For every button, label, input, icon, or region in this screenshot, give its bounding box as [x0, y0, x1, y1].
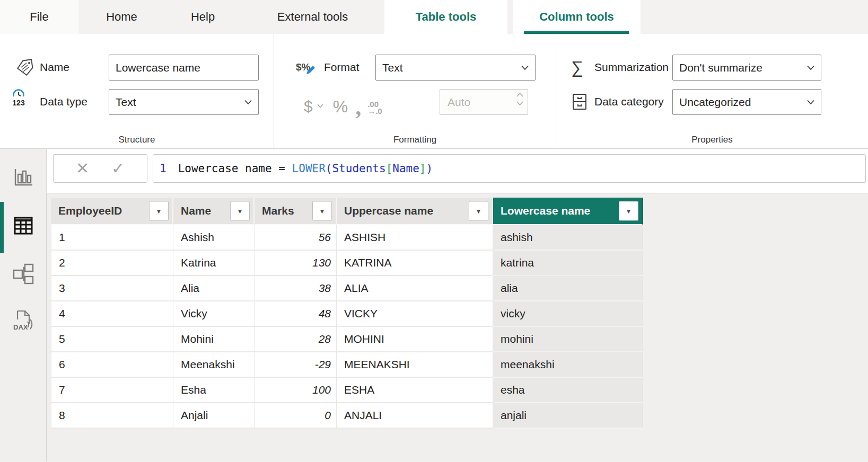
- formula-commit-group: ✕ ✓: [53, 154, 147, 183]
- column-name-input[interactable]: Lowercase name: [109, 55, 259, 81]
- ribbon-group-structure: Name Lowercase name 123 Data type Text S…: [0, 34, 274, 148]
- cell-lowercase_name[interactable]: anjali: [493, 403, 643, 429]
- cell-lowercase_name[interactable]: katrina: [493, 251, 643, 276]
- cell-uppercase_name[interactable]: VICKY: [337, 301, 493, 327]
- cell-name[interactable]: Vicky: [173, 301, 255, 327]
- data-canvas: EmployeeID▼Name▼Marks▼Uppercase name▼Low…: [47, 193, 868, 461]
- cell-employee_id[interactable]: 8: [51, 403, 173, 429]
- chevron-down-icon: [807, 100, 814, 104]
- cell-marks[interactable]: 56: [255, 225, 337, 251]
- formula-token-ref: Students: [332, 162, 385, 175]
- currency-format-button[interactable]: $: [304, 99, 313, 114]
- formula-token-paren: ): [426, 162, 433, 175]
- cell-uppercase_name[interactable]: ALIA: [337, 276, 493, 301]
- cell-uppercase_name[interactable]: MOHINI: [337, 327, 493, 352]
- cell-marks[interactable]: -29: [255, 352, 337, 378]
- cell-marks[interactable]: 28: [255, 327, 337, 352]
- tab-home[interactable]: Home: [99, 0, 144, 34]
- formula-token-plain: Lowercase name =: [178, 162, 292, 175]
- cell-uppercase_name[interactable]: ASHISH: [337, 225, 493, 251]
- chevron-down-icon: [521, 65, 529, 70]
- tab-file[interactable]: File: [0, 0, 78, 34]
- table-row: 1Ashish56ASHISHashish: [51, 225, 643, 251]
- main-content: ✕ ✓ 1 Lowercase name = LOWER(Students[Na…: [47, 149, 868, 461]
- column-header-lowercase-name[interactable]: Lowercase name▼: [493, 198, 643, 225]
- tab-help[interactable]: Help: [185, 0, 221, 34]
- data-type-123: 123: [12, 99, 25, 107]
- data-category-dropdown[interactable]: Uncategorized: [672, 89, 821, 115]
- cell-employee_id[interactable]: 2: [51, 251, 173, 276]
- cell-marks[interactable]: 100: [255, 378, 337, 403]
- cell-employee_id[interactable]: 7: [51, 378, 173, 403]
- format-dropdown[interactable]: Text: [375, 55, 536, 81]
- formula-expression: Lowercase name = LOWER(Students[Name]): [178, 162, 433, 175]
- data-view-button[interactable]: [0, 215, 47, 236]
- cell-name[interactable]: Katrina: [173, 251, 255, 276]
- formula-input[interactable]: 1 Lowercase name = LOWER(Students[Name]): [153, 154, 866, 183]
- ribbon-group-properties: ∑ Summarization Don't summarize Data cat…: [556, 34, 868, 148]
- data-type-dropdown[interactable]: Text: [109, 89, 259, 115]
- cell-employee_id[interactable]: 1: [51, 225, 173, 251]
- cell-marks[interactable]: 130: [255, 251, 337, 276]
- dax-file-icon: DAX: [11, 308, 36, 332]
- cell-name[interactable]: Anjali: [173, 403, 255, 429]
- tab-table-tools[interactable]: Table tools: [384, 0, 507, 34]
- cell-employee_id[interactable]: 4: [51, 301, 173, 327]
- bar-chart-icon: [13, 168, 33, 187]
- cell-name[interactable]: Mohini: [173, 327, 255, 352]
- cell-lowercase_name[interactable]: meenakshi: [493, 352, 643, 378]
- thousands-separator-button[interactable]: ,: [355, 101, 361, 114]
- cell-marks[interactable]: 38: [255, 276, 337, 301]
- cell-lowercase_name[interactable]: vicky: [493, 301, 643, 327]
- column-header-uppercase-name[interactable]: Uppercase name▼: [337, 198, 493, 225]
- column-header-label: Lowercase name: [501, 205, 590, 217]
- model-view-button[interactable]: [0, 263, 47, 286]
- cell-employee_id[interactable]: 6: [51, 352, 173, 378]
- summarization-dropdown[interactable]: Don't summarize: [672, 55, 821, 81]
- column-header-employeeid[interactable]: EmployeeID▼: [51, 198, 173, 225]
- tab-column-tools[interactable]: Column tools: [513, 0, 641, 34]
- cell-uppercase_name[interactable]: KATRINA: [337, 251, 493, 276]
- tab-external-tools[interactable]: External tools: [260, 0, 365, 34]
- column-header-label: EmployeeID: [58, 205, 122, 217]
- cell-lowercase_name[interactable]: ashish: [493, 225, 643, 251]
- column-filter-button[interactable]: ▼: [230, 201, 250, 221]
- cell-name[interactable]: Alia: [173, 276, 255, 301]
- column-filter-button[interactable]: ▼: [149, 201, 169, 221]
- cell-uppercase_name[interactable]: ESHA: [337, 378, 493, 403]
- cell-uppercase_name[interactable]: ANJALI: [337, 403, 493, 429]
- group-title-properties: Properties: [556, 135, 868, 145]
- cell-lowercase_name[interactable]: mohini: [493, 327, 643, 352]
- percent-format-button[interactable]: %: [333, 99, 348, 114]
- workspace: DAX ✕ ✓ 1 Lowercase name = LOWER(Student…: [0, 149, 868, 461]
- chevron-down-icon: [244, 100, 252, 104]
- column-header-name[interactable]: Name▼: [173, 198, 255, 225]
- table-row: 6Meenakshi-29MEENAKSHImeenakshi: [51, 352, 643, 378]
- summarization-sigma-icon: ∑: [571, 55, 583, 80]
- column-filter-button[interactable]: ▼: [619, 201, 638, 221]
- cell-employee_id[interactable]: 5: [51, 327, 173, 352]
- commit-formula-button[interactable]: ✓: [111, 161, 125, 176]
- cell-employee_id[interactable]: 3: [51, 276, 173, 301]
- column-filter-button[interactable]: ▼: [469, 201, 488, 221]
- report-view-button[interactable]: [0, 168, 47, 187]
- cell-uppercase_name[interactable]: MEENAKSHI: [337, 352, 493, 378]
- cell-name[interactable]: Esha: [173, 378, 255, 403]
- dax-query-view-button[interactable]: DAX: [0, 308, 47, 332]
- decimal-places-button[interactable]: .00 →.0: [367, 101, 382, 114]
- cell-lowercase_name[interactable]: esha: [493, 378, 643, 403]
- cell-name[interactable]: Meenakshi: [173, 352, 255, 378]
- cancel-formula-button[interactable]: ✕: [76, 161, 89, 176]
- column-name-value: Lowercase name: [116, 61, 200, 74]
- cell-marks[interactable]: 0: [255, 403, 337, 429]
- data-table: EmployeeID▼Name▼Marks▼Uppercase name▼Low…: [51, 198, 643, 429]
- cell-name[interactable]: Ashish: [173, 225, 255, 251]
- cell-lowercase_name[interactable]: alia: [493, 276, 643, 301]
- spinner-arrows[interactable]: [516, 93, 523, 105]
- column-header-marks[interactable]: Marks▼: [255, 198, 337, 225]
- column-filter-button[interactable]: ▼: [312, 201, 332, 221]
- cell-marks[interactable]: 48: [255, 301, 337, 327]
- model-relationships-icon: [12, 263, 34, 286]
- decimal-auto-spinner[interactable]: Auto: [440, 89, 528, 115]
- table-row: 4Vicky48VICKYvicky: [51, 301, 643, 327]
